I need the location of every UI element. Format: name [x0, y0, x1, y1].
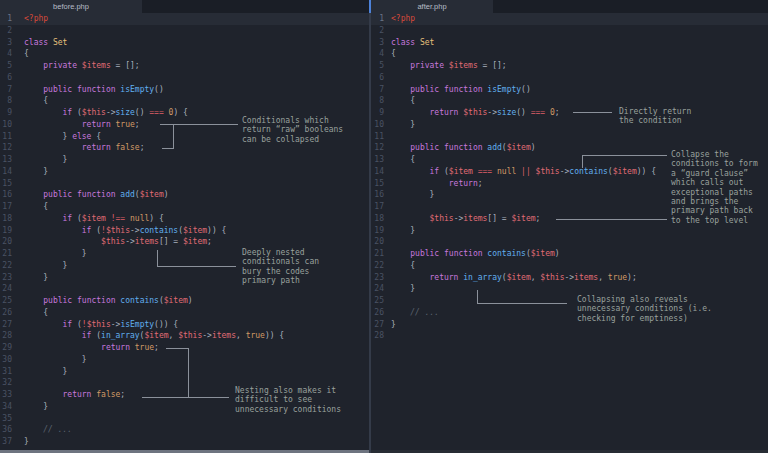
code-line[interactable]: 7 public function isEmpty()	[0, 84, 369, 96]
pane-divider[interactable]	[369, 0, 371, 453]
line-number: 15	[0, 178, 12, 190]
code-text	[12, 413, 24, 425]
code-line[interactable]: 32	[0, 377, 369, 389]
code-line[interactable]: 4{	[0, 48, 369, 60]
code-line[interactable]: 36 // ...	[0, 424, 369, 436]
code-line[interactable]: 21 }	[0, 248, 369, 260]
code-line[interactable]: 10 return true;	[0, 119, 369, 131]
code-line[interactable]: 13 {	[371, 154, 768, 166]
code-line[interactable]: 16 public function add($item)	[0, 189, 369, 201]
code-line[interactable]: 25	[371, 295, 768, 307]
code-line[interactable]: 7 public function isEmpty()	[371, 84, 768, 96]
code-line[interactable]: 15	[0, 178, 369, 190]
code-line[interactable]: 3class Set	[0, 37, 369, 49]
code-line[interactable]: 11 } else {	[0, 131, 369, 143]
code-line[interactable]: 20 $this->items[] = $item;	[0, 236, 369, 248]
line-number: 13	[0, 154, 12, 166]
code-line[interactable]: 2	[0, 25, 369, 37]
code-line[interactable]: 31 }	[0, 366, 369, 378]
code-line[interactable]: 19 }	[371, 225, 768, 237]
code-line[interactable]: 25 public function contains($item)	[0, 295, 369, 307]
code-line[interactable]: 24 }	[371, 283, 768, 295]
code-text: $this->items[] = $item;	[12, 236, 212, 248]
code-line[interactable]: 6	[0, 72, 369, 84]
code-line[interactable]: 13 }	[0, 154, 369, 166]
line-number: 17	[0, 201, 12, 213]
code-line[interactable]: 17	[371, 201, 768, 213]
code-line[interactable]: 26 // ...	[371, 307, 768, 319]
code-line[interactable]: 30 }	[0, 354, 369, 366]
line-number: 12	[0, 142, 12, 154]
code-text: {	[12, 201, 48, 213]
code-line[interactable]: 14 if ($item === null || $this->contains…	[371, 166, 768, 178]
code-line[interactable]: 9 if ($this->size() === 0) {	[0, 107, 369, 119]
line-number: 18	[371, 213, 384, 225]
line-number: 21	[371, 248, 384, 260]
code-line[interactable]: 18 $this->items[] = $item;	[371, 213, 768, 225]
code-text	[384, 72, 391, 84]
code-line[interactable]: 6	[371, 72, 768, 84]
tab-bar-left: before.php	[0, 0, 369, 13]
line-number: 5	[0, 60, 12, 72]
line-number: 2	[371, 25, 384, 37]
tab-after-php[interactable]: after.php	[371, 0, 493, 13]
code-line[interactable]: 18 if ($item !== null) {	[0, 213, 369, 225]
code-line[interactable]: 26 {	[0, 307, 369, 319]
code-line[interactable]: 15 return;	[371, 178, 768, 190]
code-text: public function isEmpty()	[384, 84, 531, 96]
line-number: 12	[371, 142, 384, 154]
code-text: return $this->size() === 0;	[384, 107, 560, 119]
code-line[interactable]: 28 if (in_array($item, $this->items, tru…	[0, 330, 369, 342]
code-text: }	[384, 189, 434, 201]
code-text	[384, 25, 391, 37]
code-line[interactable]: 22 }	[0, 260, 369, 272]
code-line[interactable]: 20	[371, 236, 768, 248]
code-line[interactable]: 23 return in_array($item, $this->items, …	[371, 272, 768, 284]
code-line[interactable]: 1<?php	[0, 13, 369, 25]
code-line[interactable]: 1<?php	[371, 13, 768, 25]
line-number: 15	[371, 178, 384, 190]
code-line[interactable]: 17 {	[0, 201, 369, 213]
code-line[interactable]: 14 }	[0, 166, 369, 178]
code-text: <?php	[384, 13, 415, 25]
code-text: }	[384, 283, 415, 295]
code-text: }	[12, 354, 87, 366]
code-line[interactable]: 3class Set	[371, 37, 768, 49]
code-line[interactable]: 35	[0, 413, 369, 425]
code-text: }	[384, 319, 396, 331]
line-number: 22	[0, 260, 12, 272]
code-line[interactable]: 21 public function contains($item)	[371, 248, 768, 260]
line-number: 11	[0, 131, 12, 143]
code-line[interactable]: 19 if (!$this->contains($item)) {	[0, 225, 369, 237]
code-line[interactable]: 4{	[371, 48, 768, 60]
code-line[interactable]: 28	[371, 330, 768, 342]
code-text: return false;	[12, 142, 144, 154]
code-line[interactable]: 22 {	[371, 260, 768, 272]
code-line[interactable]: 2	[371, 25, 768, 37]
code-line[interactable]: 29 return true;	[0, 342, 369, 354]
line-number: 29	[0, 342, 12, 354]
code-line[interactable]: 23 }	[0, 272, 369, 284]
code-line[interactable]: 12 return false;	[0, 142, 369, 154]
code-text: if ($item !== null) {	[12, 213, 164, 225]
code-line[interactable]: 34 }	[0, 401, 369, 413]
code-line[interactable]: 8 {	[0, 95, 369, 107]
code-line[interactable]: 16 }	[371, 189, 768, 201]
editor-window: before.php 1<?php23class Set4{5 private …	[0, 0, 768, 453]
code-line[interactable]: 24	[0, 283, 369, 295]
code-line[interactable]: 27}	[371, 319, 768, 331]
line-number: 26	[371, 307, 384, 319]
code-line[interactable]: 8 {	[371, 95, 768, 107]
code-text: return;	[384, 178, 483, 190]
code-line[interactable]: 5 private $items = [];	[0, 60, 369, 72]
code-line[interactable]: 11	[371, 131, 768, 143]
code-line[interactable]: 37}	[0, 436, 369, 448]
code-line[interactable]: 27 if (!$this->isEmpty()) {	[0, 319, 369, 331]
code-line[interactable]: 12 public function add($item)	[371, 142, 768, 154]
line-number: 25	[371, 295, 384, 307]
tab-before-php[interactable]: before.php	[0, 0, 142, 13]
code-line[interactable]: 9 return $this->size() === 0;	[371, 107, 768, 119]
code-line[interactable]: 33 return false;	[0, 389, 369, 401]
code-line[interactable]: 5 private $items = [];	[371, 60, 768, 72]
code-line[interactable]: 10 }	[371, 119, 768, 131]
